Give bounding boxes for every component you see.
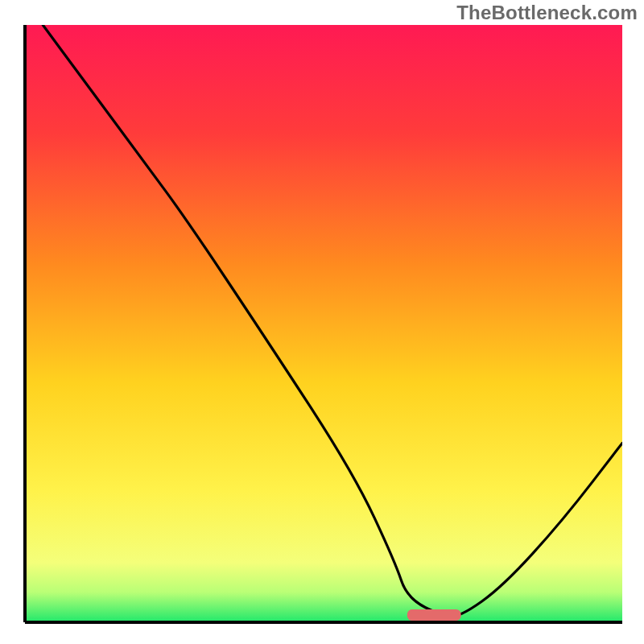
bottleneck-chart: TheBottleneck.com	[0, 0, 644, 644]
watermark-text: TheBottleneck.com	[456, 2, 638, 24]
plot-background	[25, 25, 622, 622]
chart-svg	[0, 0, 644, 644]
optimal-marker	[407, 609, 461, 621]
